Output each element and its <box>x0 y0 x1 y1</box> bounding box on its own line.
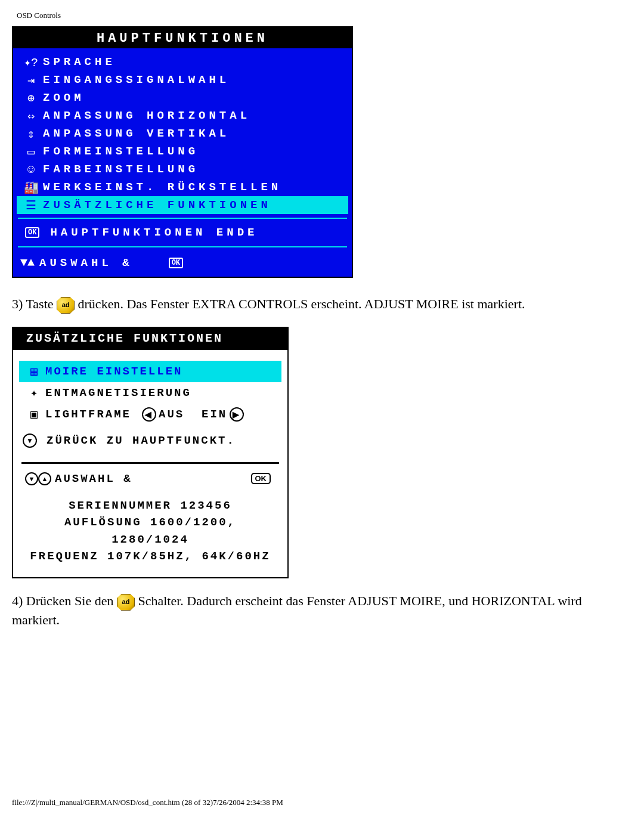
menu-item-input-select[interactable]: ⇥ EINGANGSSIGNALWAHL <box>17 71 348 89</box>
serial-label: SERIENNUMMER <box>69 499 172 512</box>
label: FARBEINSTELLUNG <box>43 163 199 176</box>
osd2-footer-hint: ▼▲ AUSWAHL & OK <box>19 466 281 490</box>
frequency-value: 107K/85HZ, 64K/60HZ <box>107 550 271 563</box>
menu-item-adjust-vertical[interactable]: ⇕ ANPASSUNG VERTIKAL <box>17 125 348 143</box>
ok-icon: OK <box>169 258 183 268</box>
label: ZÜRÜCK ZU HAUPTFUNCKT. <box>47 434 236 447</box>
label: MOIRE EINSTELLEN <box>45 365 182 378</box>
label: EINGANGSSIGNALWAHL <box>43 73 230 86</box>
ok-icon: OK <box>25 227 39 238</box>
label: AUSWAHL & <box>39 256 133 270</box>
lightframe-toggle[interactable]: ◀ AUS EIN ▶ <box>140 407 246 422</box>
ok-button-icon: ad <box>117 594 135 611</box>
menu-item-degauss[interactable]: ✦ ENTMAGNETISIERUNG <box>19 382 281 404</box>
up-down-arrows-icon: ▼▲ <box>20 256 35 270</box>
text: drücken. Das Fenster EXTRA CONTROLS ersc… <box>75 296 525 311</box>
moire-icon: ▦ <box>23 364 45 379</box>
osd-extra-controls: ZUSÄTZLICHE FUNKTIONEN ▦ MOIRE EINSTELLE… <box>12 327 289 578</box>
osd1-title: HAUPTFUNKTIONEN <box>13 27 352 48</box>
up-down-arrows-icon: ▼▲ <box>25 472 51 485</box>
menu-item-reset-factory[interactable]: 🏭 WERKSEINST. RÜCKSTELLEN <box>17 178 348 196</box>
ok-button-icon: ad <box>57 297 75 314</box>
back-icon: ▼ <box>23 433 37 448</box>
label-off: AUS <box>159 408 184 421</box>
resolution-label: AUFLÖSUNG <box>64 516 142 529</box>
degauss-icon: ✦ <box>23 385 45 400</box>
menu-item-lightframe[interactable]: ▣ LIGHTFRAME ◀ AUS EIN ▶ <box>19 404 281 425</box>
ok-icon: OK <box>251 473 271 484</box>
separator <box>18 218 347 219</box>
label: ANPASSUNG HORIZONTAL <box>43 109 250 122</box>
menu-item-extra-controls[interactable]: ☰ ZUSÄTZLICHE FUNKTIONEN <box>17 196 348 214</box>
label: ANPASSUNG VERTIKAL <box>43 127 230 140</box>
menu-item-zoom[interactable]: ⊕ ZOOM <box>17 89 348 107</box>
monitor-info: SERIENNUMMER 123456 AUFLÖSUNG 1600/1200,… <box>19 490 281 574</box>
page-header: OSD Controls <box>17 11 632 20</box>
menu-item-adjust-color[interactable]: ☺ FARBEINSTELLUNG <box>17 160 348 178</box>
label: FORMEINSTELLUNG <box>43 145 199 158</box>
menu-item-adjust-horizontal[interactable]: ⇔ ANPASSUNG HORIZONTAL <box>17 107 348 125</box>
menu-item-adjust-moire[interactable]: ▦ MOIRE EINSTELLEN <box>19 361 281 382</box>
label-on: EIN <box>202 408 227 421</box>
menu-close-main[interactable]: OK HAUPTFUNKTIONEN ENDE <box>17 222 348 243</box>
label: AUSWAHL & <box>55 472 132 485</box>
label: LIGHTFRAME <box>45 408 131 421</box>
zoom-icon: ⊕ <box>19 91 43 106</box>
label: SPRACHE <box>43 55 116 69</box>
menu-back-to-main[interactable]: ▼ ZÜRÜCK ZU HAUPTFUNCKT. <box>19 425 281 456</box>
label: HAUPTFUNKTIONEN ENDE <box>50 226 258 239</box>
menu-item-sprache[interactable]: ✦? SPRACHE <box>17 53 348 71</box>
language-icon: ✦? <box>19 55 43 70</box>
label: ZUSÄTZLICHE FUNKTIONEN <box>43 199 271 212</box>
osd-main-controls: HAUPTFUNKTIONEN ✦? SPRACHE ⇥ EINGANGSSIG… <box>12 26 353 278</box>
left-arrow-icon[interactable]: ◀ <box>142 407 156 422</box>
label: WERKSEINST. RÜCKSTELLEN <box>43 181 281 194</box>
frequency-label: FREQUENZ <box>30 550 98 563</box>
color-icon: ☺ <box>19 163 43 176</box>
instruction-step-3: 3) Taste ad drücken. Das Fenster EXTRA C… <box>12 295 632 314</box>
menu-item-adjust-shape[interactable]: ▭ FORMEINSTELLUNG <box>17 143 348 160</box>
osd2-title: ZUSÄTZLICHE FUNKTIONEN <box>13 328 287 350</box>
label: ZOOM <box>43 91 85 104</box>
factory-icon: 🏭 <box>19 180 43 195</box>
text: 4) Drücken Sie den <box>12 593 117 608</box>
horizontal-icon: ⇔ <box>19 109 43 123</box>
separator <box>21 462 279 464</box>
lightframe-icon: ▣ <box>23 407 45 422</box>
separator <box>18 246 347 247</box>
shape-icon: ▭ <box>19 144 43 159</box>
text: 3) Taste <box>12 296 57 311</box>
list-icon: ☰ <box>19 198 43 213</box>
serial-value: 123456 <box>180 499 231 512</box>
osd1-footer-hint: ▼▲ AUSWAHL & OK <box>17 251 348 274</box>
right-arrow-icon[interactable]: ▶ <box>230 407 244 422</box>
instruction-step-4: 4) Drücken Sie den ad Schalter. Dadurch … <box>12 592 632 630</box>
vertical-icon: ⇕ <box>19 126 43 141</box>
input-icon: ⇥ <box>19 73 43 88</box>
label: ENTMAGNETISIERUNG <box>45 386 191 400</box>
